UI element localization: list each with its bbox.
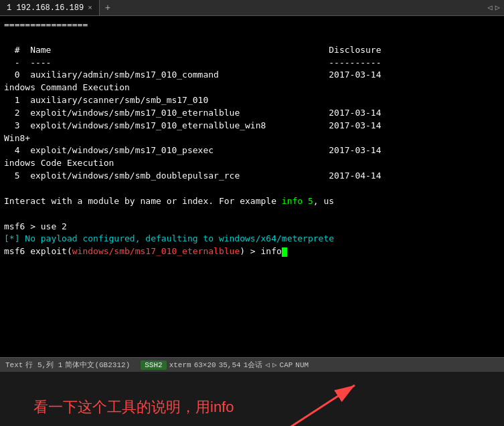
nav-forward[interactable]: ▷	[272, 360, 277, 369]
row-col: 行 5,列 1	[25, 360, 62, 370]
cap-label: CAP	[280, 361, 293, 369]
tab-close-icon[interactable]: ×	[88, 4, 92, 12]
ssh-badge: SSH2	[141, 360, 166, 370]
annotation-area: 看一下这个工具的说明，用info	[0, 372, 504, 426]
status-bar: Text 行 5,列 1 简体中文(GB2312) SSH2 xterm 63×…	[0, 357, 504, 372]
svg-line-1	[288, 385, 355, 426]
sessions-label: 1会话	[244, 360, 263, 370]
tab-navigation: ◁ ▷	[488, 3, 504, 13]
size-label: 63×20	[194, 361, 216, 369]
ssh-status: SSH2 xterm 63×20 35,54 1会话 ◁ ▷ CAP NUM	[141, 360, 309, 370]
tab-nav-left[interactable]: ◁	[488, 3, 493, 13]
text-label: Text	[5, 361, 23, 369]
tab-label: 1 192.168.16.189	[7, 3, 84, 13]
msf6-prompt-1: msf6 > use 2 [*] No payload configured, …	[4, 221, 334, 257]
nav-back[interactable]: ◁	[265, 360, 270, 369]
active-tab[interactable]: 1 192.168.16.189 ×	[0, 0, 100, 15]
annotation-text: 看一下这个工具的说明，用info	[33, 397, 234, 417]
tab-add-button[interactable]: +	[100, 1, 116, 15]
terminal-window[interactable]: ================ # Name Disclosure - ---…	[0, 16, 504, 357]
xterm-label: xterm	[169, 361, 191, 369]
scroll-pos: 35,54	[219, 361, 241, 369]
tab-bar: 1 192.168.16.189 × + ◁ ▷	[0, 0, 504, 16]
tab-nav-right[interactable]: ▷	[495, 3, 500, 13]
terminal-content: ================ # Name Disclosure - ---…	[4, 19, 500, 258]
num-label: NUM	[295, 361, 309, 369]
encoding: 简体中文(GB2312)	[65, 360, 130, 370]
text-status: Text 行 5,列 1 简体中文(GB2312)	[5, 360, 130, 370]
